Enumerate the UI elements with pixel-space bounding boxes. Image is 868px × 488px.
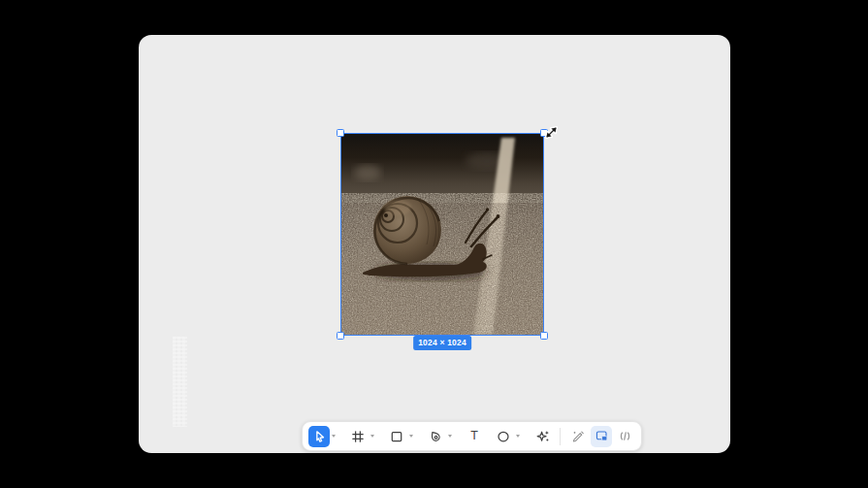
ellipse-tool-dropdown[interactable]: [516, 435, 520, 438]
select-tool-dropdown[interactable]: [332, 435, 336, 438]
ai-sparkle-tool-button[interactable]: [531, 426, 553, 447]
resize-cursor: [543, 124, 560, 141]
mode-toggle-group: [567, 426, 635, 447]
frame-tool-dropdown[interactable]: [370, 435, 374, 438]
cursor-icon: [312, 429, 327, 443]
ellipse-icon: [496, 429, 511, 444]
code-icon: [618, 429, 632, 443]
sparkle-icon: [534, 428, 551, 444]
snail-photo: [341, 134, 543, 335]
frame-tool-button[interactable]: [347, 426, 369, 447]
ellipse-tool-button[interactable]: [493, 426, 514, 447]
toolbar: T: [302, 421, 642, 451]
resize-handle-top-left[interactable]: [337, 129, 344, 137]
pen-nib-icon: [428, 429, 443, 444]
resize-handle-bottom-left[interactable]: [337, 332, 344, 340]
draw-mode-button[interactable]: [567, 426, 589, 447]
design-mode-button[interactable]: [591, 426, 612, 447]
pen-tool-dropdown[interactable]: [448, 435, 452, 438]
rectangle-icon: [389, 429, 404, 444]
pen-tool-button[interactable]: [425, 426, 446, 447]
toolbar-divider: [560, 428, 561, 445]
rectangle-tool-dropdown[interactable]: [409, 435, 413, 438]
rectangle-tool-button[interactable]: [386, 426, 407, 447]
app-background: 1024 × 1024: [0, 0, 868, 488]
magic-pencil-icon: [571, 429, 586, 443]
design-canvas[interactable]: 1024 × 1024: [139, 35, 730, 453]
frame-icon: [350, 429, 366, 444]
board-icon: [595, 429, 609, 443]
text-tool-button[interactable]: T: [464, 426, 485, 447]
select-tool-button[interactable]: [308, 426, 330, 447]
selected-image[interactable]: [341, 134, 543, 335]
code-mode-button[interactable]: [614, 426, 635, 447]
resize-handle-bottom-right[interactable]: [540, 332, 548, 340]
faint-watermark: [173, 337, 187, 427]
dimensions-badge: 1024 × 1024: [413, 336, 471, 350]
